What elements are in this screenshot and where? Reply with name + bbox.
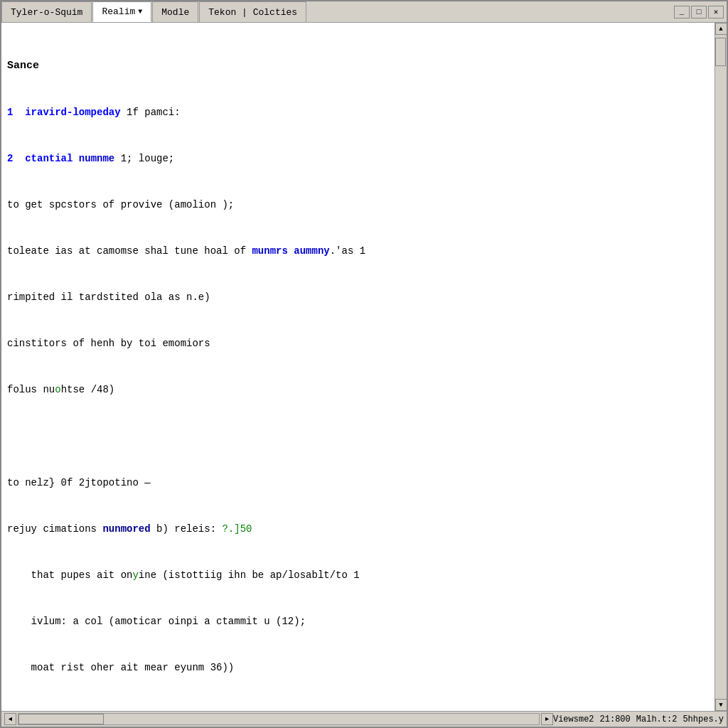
line-10: rejuy cimations nunmored b) releis: ?.]5… <box>7 522 709 537</box>
window-frame: Tyler-o-Squim Realim ▼ Modle Tekon | Col… <box>0 0 728 728</box>
vertical-scrollbar: ▲ ▼ <box>714 23 727 711</box>
line-2: 2 ctantial numnme 1; louge; <box>7 151 709 167</box>
scroll-up-button[interactable]: ▲ <box>715 23 727 35</box>
line-8 <box>7 429 709 444</box>
scroll-down-button[interactable]: ▼ <box>715 699 727 711</box>
line-11: that pupes ait onyine (istottiig ihn be … <box>7 568 709 584</box>
code-content[interactable]: Sance 1 iravird-lompeday 1f pamci: 2 cta… <box>7 27 709 707</box>
line-1: 1 iravird-lompeday 1f pamci: <box>7 105 709 121</box>
main-content: Sance 1 iravird-lompeday 1f pamci: 2 cta… <box>1 23 727 711</box>
section-title: Sance <box>7 58 709 74</box>
status-position: 21:800 <box>600 714 631 724</box>
scroll-thumb-h[interactable] <box>18 714 104 724</box>
editor-area: Sance 1 iravird-lompeday 1f pamci: 2 cta… <box>1 23 714 711</box>
status-bar: Viewsme2 21:800 Malh.t:2 5hhpes.y <box>553 714 724 724</box>
scroll-right-button[interactable]: ► <box>541 713 553 725</box>
status-view: Viewsme2 <box>553 714 594 724</box>
tab-realim[interactable]: Realim ▼ <box>92 1 151 22</box>
minimize-button[interactable]: _ <box>674 6 690 18</box>
line-12: ivlum: a col (amoticar oinpi a ctammit u… <box>7 614 709 630</box>
line-9: to nelz} 0f 2jtopotino — <box>7 476 709 491</box>
tab-tekon[interactable]: Tekon | Colcties <box>199 1 306 22</box>
line-3: to get spcstors of provive (amolion ); <box>7 198 709 213</box>
tab-tyler[interactable]: Tyler-o-Squim <box>1 1 92 22</box>
scroll-thumb-v[interactable] <box>715 38 726 66</box>
status-mode: 5hhpes.y <box>682 714 724 724</box>
horizontal-scrollbar[interactable] <box>18 713 540 725</box>
tab-modle[interactable]: Modle <box>152 1 198 22</box>
window-controls: _ □ ✕ <box>674 1 727 22</box>
scroll-track-v[interactable] <box>715 35 727 699</box>
bottom-bar: ◄ ► Viewsme2 21:800 Malh.t:2 5hhpes.y <box>1 711 727 727</box>
maximize-button[interactable]: □ <box>691 6 707 18</box>
line-7: folus nuohtse /48) <box>7 382 709 398</box>
line-5: rimpited il tardstited ola as n.e) <box>7 290 709 306</box>
title-bar: Tyler-o-Squim Realim ▼ Modle Tekon | Col… <box>1 1 727 23</box>
chevron-down-icon: ▼ <box>138 8 142 16</box>
line-4: toleate ias at camomse shal tune hoal of… <box>7 244 709 259</box>
line-13: moat rist oher ait mear eyunm 36)) <box>7 660 709 676</box>
scroll-left-button[interactable]: ◄ <box>4 713 16 725</box>
status-math: Malh.t:2 <box>636 714 678 724</box>
close-button[interactable]: ✕ <box>708 6 724 18</box>
line-6: cinstitors of henh by toi emomiors <box>7 336 709 352</box>
